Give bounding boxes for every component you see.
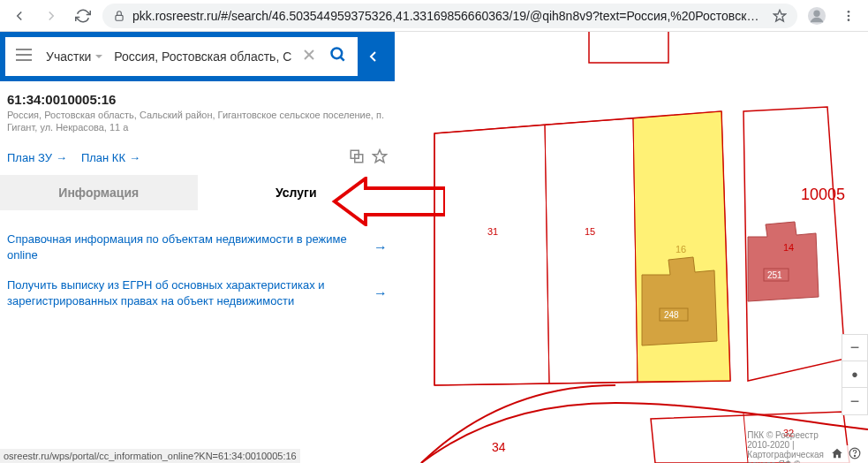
reload-button[interactable] [71,4,95,28]
search-bar: Участки Россия, Ростовская область, С [0,32,395,81]
chevron-down-icon [94,52,103,61]
parcel-id: 61:34:0010005:16 [7,92,388,107]
svg-point-2 [813,10,819,16]
address-bar[interactable]: pkk.rosreestr.ru/#/search/46.50354495937… [102,4,797,28]
arrow-right-icon: → [374,285,388,301]
service-item-reference[interactable]: Справочная информация по объектам недвиж… [7,224,388,270]
map-viewport[interactable]: 10005 31 15 16 14 248 251 34 32 − • − ПК… [395,32,868,463]
zoom-reset-button[interactable]: • [842,361,867,388]
svg-text:14: 14 [783,242,794,253]
tab-info[interactable]: Информация [0,175,198,210]
svg-line-12 [341,57,344,61]
parcel-address: Россия, Ростовская область, Сальский рай… [7,109,388,134]
svg-point-4 [848,14,850,17]
tab-services[interactable]: Услуги [198,175,396,210]
forward-button[interactable] [39,4,64,28]
svg-point-27 [854,455,855,456]
search-icon[interactable] [326,42,351,71]
svg-point-5 [848,19,850,21]
tabs: Информация Услуги [0,175,395,210]
parcel-info: 61:34:0010005:16 Россия, Ростовская обла… [0,81,395,141]
menu-button[interactable] [836,4,861,28]
map-footer: ПКК © Росреестр 2010-2020 | Картографиче… [789,445,868,463]
map-block-label: 10005 [801,186,845,203]
profile-button[interactable] [804,4,829,28]
lock-icon [113,10,125,22]
svg-point-11 [332,49,343,59]
compare-icon[interactable] [349,148,365,168]
sidebar: Участки Россия, Ростовская область, С 61… [0,32,395,463]
favorite-icon[interactable] [372,148,388,168]
clear-search-icon[interactable] [299,45,319,68]
category-dropdown[interactable]: Участки [42,49,107,64]
plan-kk-link[interactable]: План КК → [81,151,140,164]
home-icon[interactable] [831,447,843,461]
copyright-text: ПКК © Росреестр 2010-2020 | Картографиче… [747,430,824,464]
svg-text:15: 15 [585,226,595,237]
url-text: pkk.rosreestr.ru/#/search/46.50354495937… [132,9,766,23]
plan-zu-link[interactable]: План ЗУ → [7,151,67,164]
svg-text:34: 34 [492,440,506,454]
zoom-in-button[interactable]: − [842,335,867,361]
search-input[interactable]: Россия, Ростовская область, С [114,49,292,64]
hamburger-icon[interactable] [12,45,35,68]
help-icon[interactable] [849,447,861,461]
svg-text:31: 31 [487,226,498,237]
zoom-out-button[interactable]: − [842,388,867,414]
zoom-controls: − • − [842,334,868,415]
star-icon[interactable] [773,9,787,23]
svg-text:16: 16 [676,244,686,254]
svg-text:251: 251 [767,270,782,280]
service-item-egrn[interactable]: Получить выписку из ЕГРН об основных хар… [7,270,388,316]
svg-point-3 [848,11,850,13]
status-bar: osreestr.ru/wps/portal/cc_information_on… [0,449,300,463]
collapse-panel-icon[interactable] [358,50,389,63]
svg-text:248: 248 [664,310,679,320]
plan-links: План ЗУ → План КК → [0,141,395,175]
services-list: Справочная информация по объектам недвиж… [0,210,395,331]
back-button[interactable] [7,4,32,28]
browser-toolbar: pkk.rosreestr.ru/#/search/46.50354495937… [0,0,868,32]
svg-rect-0 [116,15,123,20]
arrow-right-icon: → [374,239,388,255]
cadastral-map: 10005 31 15 16 14 248 251 34 32 [395,32,868,463]
